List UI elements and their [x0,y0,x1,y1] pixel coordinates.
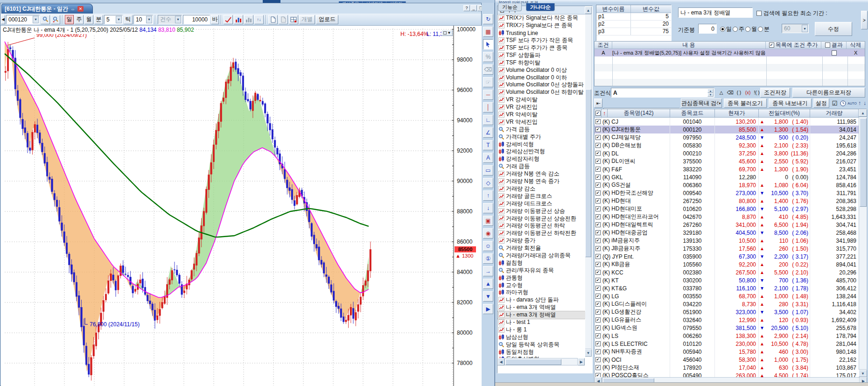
tab-function-order[interactable]: 기능순 [498,3,522,11]
radio-day[interactable] [720,27,725,32]
stock-checkbox[interactable]: ✔ [595,284,602,292]
percent-tool-button[interactable]: % [483,52,493,62]
search-formula-item[interactable]: VR 약세진입 [497,118,585,126]
minute-combo[interactable]: 5 ▼ [104,15,123,24]
play-tool-button[interactable]: ▶ [483,304,493,314]
condition-window-titlebar[interactable]: [0202] 파워검색 조건 [495,0,868,3]
not-parentheses-icon[interactable]: !( ) [753,88,761,97]
checkbox-icon[interactable] [825,42,830,48]
help-button[interactable]: ? [463,5,470,11]
variable-row[interactable]: p3 75 [596,28,671,35]
search-formula-item[interactable]: 강세비석형 [497,140,585,148]
radio-week[interactable] [733,27,738,32]
stock-row[interactable]: ✔(K) CJ대한통운00012085,500▲1,300( 1.54)34,0… [595,126,859,133]
eraser-tool-button[interactable]: ⌫ [483,64,493,75]
search-formula-item[interactable]: TSF 하향이탈 [497,59,585,66]
search-formula-item[interactable]: 거래량 데드크로스 [497,200,585,207]
search-formula-item[interactable]: 거래량 N봉 연속 증가 [497,178,585,185]
search-formula-item[interactable]: 까마귀형 [497,289,585,296]
stock-row[interactable]: ✔(K) CJ제일제당097950248,500▼500( 0.20)24,24… [595,133,859,141]
parentheses-icon[interactable]: ( ) [735,88,743,97]
condition-name-input[interactable]: 나 - ema 3개 정배열 [678,7,753,18]
search-formula-item[interactable]: 거래량 골든크로스 [497,192,585,200]
watchlist-search-button[interactable]: 관심종목내 검색▼ [681,98,722,108]
page-button[interactable] [268,15,278,24]
clock-icon[interactable] [840,99,847,107]
search-formula-item[interactable]: VR 약세이탈 [497,111,585,119]
stock-checkbox[interactable]: ✔ [595,260,602,268]
stock-checkbox[interactable]: ✔ [595,205,602,213]
square-tool-button[interactable]: ▣ [483,216,493,226]
search-formula-item[interactable]: 거래량 N봉 연속 감소 [497,170,585,178]
radio-month[interactable] [745,27,750,32]
search-formula-item[interactable]: TRIX가 Signal보다 작은 종목 [497,14,585,22]
diamond-tool-button[interactable]: ◇ [483,178,493,188]
stock-checkbox[interactable]: ✔ [595,133,602,141]
search-formula-item[interactable]: Volume Oscillator 0선 하향이탈 [497,89,585,96]
search-formula-item[interactable]: 거래 급등 [497,163,585,170]
select-all-checkbox[interactable]: ✔ [595,109,602,118]
line-chart-toggle-button[interactable] [224,15,233,24]
search-formula-item[interactable]: 거래량 감소 [497,185,585,192]
stock-checkbox[interactable]: ✔ [595,253,602,260]
letter-tool-button[interactable]: A [483,153,493,163]
sort-arrow-icon[interactable]: ↑ [602,109,608,118]
auto-toggle-icon[interactable]: AUTO [847,99,857,107]
search-formula-item[interactable]: 동일저점형 [497,348,585,356]
delete-condition-button[interactable]: X [847,50,865,56]
stock-checkbox[interactable]: ✔ [595,245,602,253]
stock-checkbox[interactable]: ✔ [595,237,602,245]
search-formula-item[interactable]: 남삼선형 [497,333,585,341]
min-period-checkbox[interactable] [756,11,762,16]
chevron-down-icon[interactable]: ▼ [33,16,39,23]
search-formula-item[interactable]: 거래량 이동평균선 하락 [497,222,585,230]
chevron-down-icon[interactable]: ▼ [116,16,122,23]
stock-checkbox[interactable]: ✔ [595,118,602,126]
stock-checkbox[interactable]: ✔ [595,197,602,205]
stock-row[interactable]: ✔(K) F&F38322069,700▲1,300( 1.90)23,451 [595,165,859,173]
rectangle-tool-button[interactable]: ▭ [483,165,493,175]
volume-chart-gray-button[interactable] [244,15,253,24]
code-column-header[interactable]: 종목코드 [670,109,715,118]
refresh-tool-button[interactable]: ↻ [483,14,493,24]
period-day-button[interactable]: 일 [65,15,74,24]
pattern-grid-tool-button[interactable]: ▦ [483,27,493,37]
volume-chart-button[interactable] [234,15,243,24]
close-icon[interactable]: ✕ [77,6,84,12]
search-formula-item[interactable]: 관통형 [497,274,585,281]
stock-checkbox[interactable]: ✔ [595,126,602,133]
stock-checkbox[interactable]: ✔ [595,308,602,316]
search-formula-item[interactable]: Volume Oscillator 0 이하 [497,74,585,81]
formula-input[interactable]: A ▲ ▼ [611,88,714,98]
period-month-button[interactable]: 월 [84,15,93,24]
search-formula-item[interactable]: 거래량 증가 [497,237,585,245]
stock-row[interactable]: ✔(K) KCC002380267,500▲5,500( 2.10)20,296 [595,268,859,276]
stock-checkbox[interactable]: ✔ [595,149,602,157]
stock-row[interactable]: ✔(K) JB금융지주17533017,560▲260( 1.50)315,77… [595,245,859,253]
search-formula-item[interactable]: 관리/투자유의 종목 [497,267,585,274]
stock-checkbox[interactable]: ✔ [595,181,602,189]
chart-window-tab[interactable]: [6101] CJ대한통운 - 일간 ⇔ ✕ [1,4,93,14]
cursor-tool-button[interactable] [483,39,493,49]
search-horizontal-scrollbar[interactable]: ◀ ▶ [497,358,585,365]
link-icon[interactable]: ⇔ [70,7,75,12]
stock-row[interactable]: ✔(K) HD현대중공업329180404,500▼8,500( 2.06)25… [595,229,859,237]
stock-row[interactable]: ✔(K) HD현대미포010620166,800▼5,100( 2.97)528… [595,205,859,213]
stock-checkbox[interactable]: ✔ [595,157,602,165]
search-formula-item[interactable]: 당일 등락폭 상위종목 [497,341,585,348]
settings-button[interactable]: 설정 [813,98,829,108]
move-down-icon[interactable]: ↓ [862,99,867,107]
scroll-up-button[interactable]: ▲ [859,109,867,117]
stock-checkbox[interactable]: ✔ [595,229,602,237]
vertical-scrollbar-thumb[interactable] [860,118,867,207]
result-checkbox[interactable] [832,50,837,56]
line-segment-tool-button[interactable]: ─ [483,90,493,100]
angle-tool-button[interactable]: ∠ [483,127,493,138]
stock-row[interactable]: ✔(K) iM금융지주13913010,500▲110( 1.06)341,98… [595,237,859,245]
remove-parentheses-icon[interactable]: (x) [744,88,752,97]
clock-one-tool-button[interactable]: ① [483,253,493,264]
search-formula-item[interactable]: 나 - ema 3개 역배열 [497,304,585,311]
copy-button[interactable] [279,15,288,24]
stock-row[interactable]: ✔(K) HD현대인프라코어0426708,870▲410( 4.85)1,64… [595,213,859,221]
spinner-up-icon[interactable]: ▲ [707,89,714,93]
